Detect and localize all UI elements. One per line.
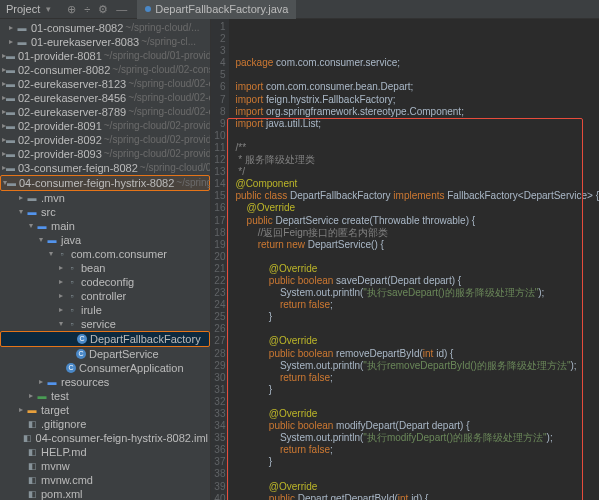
tree-node[interactable]: ▸▬target <box>0 403 210 417</box>
tree-node[interactable]: CDepartFallbackFactory <box>0 331 210 347</box>
tree-node[interactable]: ◧pom.xml <box>0 487 210 500</box>
tree-node[interactable]: ◧.gitignore <box>0 417 210 431</box>
tab-depart-fallback-factory[interactable]: DepartFallbackFactory.java <box>137 0 296 19</box>
tree-node[interactable]: ▾▬src <box>0 205 210 219</box>
tree-node[interactable]: ▸▬02-provider-8093 ~/spring-cloud/02-pro… <box>0 147 210 161</box>
code-area[interactable]: package com.com.consumer.service; import… <box>229 19 599 500</box>
tree-node[interactable]: ▸▬01-provider-8081 ~/spring-cloud/01-pro… <box>0 49 210 63</box>
tree-node[interactable]: ▾▬04-consumer-feign-hystrix-8082 ~/sprin… <box>0 175 210 191</box>
tree-node[interactable]: ▾▫service <box>0 317 210 331</box>
tree-node[interactable]: ▸▬test <box>0 389 210 403</box>
code-editor[interactable]: 1234567891011121314151617181920212223242… <box>211 19 599 500</box>
tree-node[interactable]: ▸▬02-consumer-8082 ~/spring-cloud/02-con… <box>0 63 210 77</box>
project-pane-title[interactable]: Project <box>0 3 46 15</box>
editor-tabs: DepartFallbackFactory.java <box>137 0 296 19</box>
tab-icon <box>145 6 151 12</box>
tree-node[interactable]: CDepartService <box>0 347 210 361</box>
tree-node[interactable]: ▸▫codeconfig <box>0 275 210 289</box>
project-sidebar[interactable]: ▸▬01-consumer-8082 ~/spring-cloud/...▸▬0… <box>0 19 211 500</box>
tree-node[interactable]: ▸▬02-eurekaserver-8456 ~/spring-cloud/02… <box>0 91 210 105</box>
tree-node[interactable]: ▸▬02-provider-8092 ~/spring-cloud/02-pro… <box>0 133 210 147</box>
tree-node[interactable]: CConsumerApplication <box>0 361 210 375</box>
tree-node[interactable]: ◧mvnw <box>0 459 210 473</box>
gear-icon[interactable]: ⚙ <box>98 3 108 16</box>
tree-node[interactable]: ▸▬01-consumer-8082 ~/spring-cloud/... <box>0 21 210 35</box>
collapse-icon[interactable]: ⊕ <box>67 3 76 16</box>
tree-node[interactable]: ▸▫controller <box>0 289 210 303</box>
project-tool-icons: ⊕ ÷ ⚙ — <box>67 3 127 16</box>
tree-node[interactable]: ▾▬main <box>0 219 210 233</box>
tree-node[interactable]: ▸▬02-eurekaserver-8789 ~/spring-cloud/02… <box>0 105 210 119</box>
tree-node[interactable]: ◧mvnw.cmd <box>0 473 210 487</box>
highlight-box <box>227 118 583 500</box>
tree-node[interactable]: ▸▫bean <box>0 261 210 275</box>
tree-node[interactable]: ▾▬java <box>0 233 210 247</box>
tree-node[interactable]: ▸▬02-eurekaserver-8123 ~/spring-cloud/02… <box>0 77 210 91</box>
tree-node[interactable]: ◧HELP.md <box>0 445 210 459</box>
tree-node[interactable]: ▸▬01-eurekaserver-8083 ~/spring-cl... <box>0 35 210 49</box>
tree-node[interactable]: ▸▬.mvn <box>0 191 210 205</box>
tree-node[interactable]: ▸▫irule <box>0 303 210 317</box>
tree-node[interactable]: ▸▬03-consumer-feign-8082 ~/spring-cloud/… <box>0 161 210 175</box>
tree-node[interactable]: ▾▫com.com.consumer <box>0 247 210 261</box>
tree-node[interactable]: ▸▬resources <box>0 375 210 389</box>
body-area: ▸▬01-consumer-8082 ~/spring-cloud/...▸▬0… <box>0 19 599 500</box>
top-bar: Project ▾ ⊕ ÷ ⚙ — DepartFallbackFactory.… <box>0 0 599 19</box>
tree-node[interactable]: ◧04-consumer-feign-hystrix-8082.iml <box>0 431 210 445</box>
project-tree[interactable]: ▸▬01-consumer-8082 ~/spring-cloud/...▸▬0… <box>0 21 210 500</box>
hide-icon[interactable]: — <box>116 3 127 16</box>
tab-label: DepartFallbackFactory.java <box>155 3 288 15</box>
tree-node[interactable]: ▸▬02-provider-8091 ~/spring-cloud/02-pro… <box>0 119 210 133</box>
select-icon[interactable]: ÷ <box>84 3 90 16</box>
